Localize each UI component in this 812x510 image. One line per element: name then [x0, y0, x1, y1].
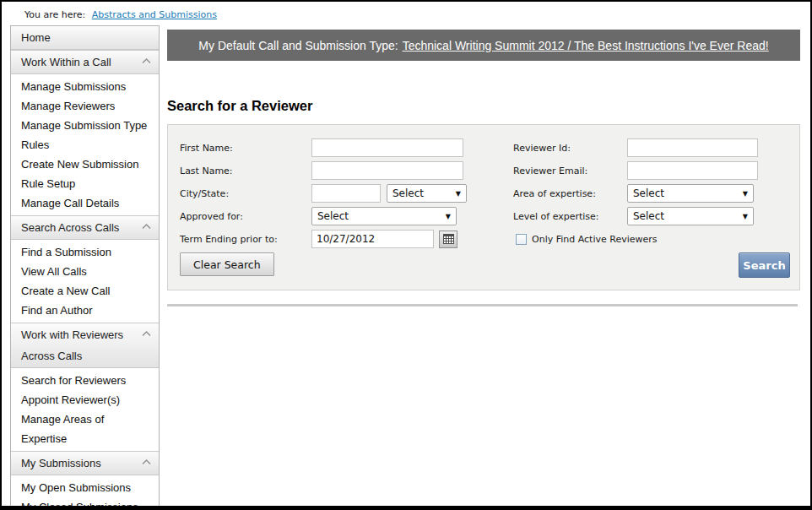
sidebar-section-label: Work with Reviewers Across Calls: [21, 328, 123, 362]
reviewer-id-label: Reviewer Id:: [513, 143, 627, 154]
reviewer-id-row: Reviewer Id:: [513, 138, 790, 157]
sidebar-item-search-for-reviewers[interactable]: Search for Reviewers: [11, 371, 159, 390]
sidebar-item-my-open-submissions[interactable]: My Open Submissions: [11, 478, 159, 497]
sidebar-item-create-a-new-call[interactable]: Create a New Call: [11, 281, 159, 301]
approved-for-select[interactable]: Select ▼: [311, 207, 457, 225]
banner-call-link[interactable]: Technical Writing Summit 2012 / The Best…: [403, 39, 769, 52]
calendar-button[interactable]: [439, 231, 457, 248]
area-expertise-select[interactable]: Select ▼: [627, 184, 754, 203]
sidebar-section-work-with-reviewers-across-calls[interactable]: Work with Reviewers Across Calls: [11, 323, 159, 368]
area-expertise-row: Area of expertise: Select ▼: [513, 184, 790, 203]
sidebar-section-label: Home: [21, 31, 51, 44]
sidebar-section-search-across-calls[interactable]: Search Across Calls: [11, 215, 159, 240]
only-active-row: Only Find Active Reviewers: [513, 230, 790, 248]
sidebar-section-label: Search Across Calls: [21, 221, 119, 234]
page-title: Search for a Reviewer: [167, 98, 800, 114]
sidebar-section-home[interactable]: Home: [11, 26, 159, 50]
city-state-label: City/State:: [180, 188, 311, 199]
state-select-value: Select: [392, 187, 424, 199]
sidebar-item-manage-reviewers[interactable]: Manage Reviewers: [11, 96, 159, 116]
sidebar-section-work-within-a-call[interactable]: Work Within a Call: [11, 50, 159, 74]
layout: HomeWork Within a CallManage Submissions…: [2, 25, 810, 510]
chevron-up-icon: [142, 58, 151, 64]
first-name-row: First Name:: [180, 138, 513, 157]
term-ending-row: Term Ending prior to:: [180, 230, 513, 248]
level-expertise-row: Level of expertise: Select ▼: [513, 207, 790, 225]
level-expertise-label: Level of expertise:: [513, 211, 627, 222]
sidebar-group: Search for ReviewersAppoint Reviewer(s)M…: [11, 368, 159, 451]
sidebar-group: Manage SubmissionsManage ReviewersManage…: [11, 74, 159, 215]
sidebar-item-find-a-submission[interactable]: Find a Submission: [11, 242, 159, 262]
chevron-down-icon: ▼: [456, 190, 461, 198]
sidebar-group: My Open SubmissionsMy Closed Submissions…: [11, 475, 159, 510]
first-name-input[interactable]: [311, 138, 463, 157]
area-expertise-select-value: Select: [633, 187, 664, 199]
chevron-down-icon: ▼: [743, 190, 748, 198]
sidebar-item-manage-areas-of-expertise[interactable]: Manage Areas of Expertise: [11, 410, 159, 448]
form-columns: First Name: Last Name: City/State: Selec…: [180, 138, 790, 278]
reviewer-search-form: First Name: Last Name: City/State: Selec…: [167, 124, 800, 290]
state-select[interactable]: Select ▼: [387, 184, 467, 203]
breadcrumb: You are here: Abstracts and Submissions: [2, 2, 810, 25]
main-content: My Default Call and Submission Type: Tec…: [167, 30, 800, 307]
approved-for-row: Approved for: Select ▼: [180, 207, 513, 225]
calendar-icon: [443, 234, 454, 244]
reviewer-email-row: Reviewer Email:: [513, 161, 790, 180]
sidebar-item-my-closed-submissions[interactable]: My Closed Submissions: [11, 497, 159, 510]
breadcrumb-link[interactable]: Abstracts and Submissions: [92, 9, 217, 20]
only-active-label: Only Find Active Reviewers: [532, 234, 658, 245]
chevron-down-icon: ▼: [743, 213, 748, 220]
sidebar-section-label: My Submissions: [21, 457, 101, 469]
sidebar-group: Find a SubmissionView All CallsCreate a …: [11, 240, 159, 323]
sidebar-item-manage-submissions[interactable]: Manage Submissions: [11, 77, 159, 96]
banner-prefix: My Default Call and Submission Type:: [198, 39, 398, 52]
chevron-up-icon: [142, 224, 151, 230]
sidebar: HomeWork Within a CallManage Submissions…: [10, 25, 160, 510]
sidebar-section-label: Work Within a Call: [21, 56, 111, 68]
city-state-row: City/State: Select ▼: [180, 184, 513, 203]
form-column-right: Reviewer Id: Reviewer Email: Area of exp…: [513, 138, 790, 278]
clear-search-button[interactable]: Clear Search: [180, 252, 274, 276]
sidebar-item-manage-call-details[interactable]: Manage Call Details: [11, 193, 159, 213]
search-button[interactable]: Search: [739, 252, 790, 278]
sidebar-item-view-all-calls[interactable]: View All Calls: [11, 262, 159, 281]
sidebar-item-create-new-submission[interactable]: Create New Submission: [11, 155, 159, 174]
term-ending-input[interactable]: [311, 230, 434, 248]
sidebar-item-manage-submission-type-rules[interactable]: Manage Submission Type Rules: [11, 116, 159, 155]
reviewer-email-label: Reviewer Email:: [513, 165, 627, 176]
clear-search-row: Clear Search: [180, 252, 513, 276]
first-name-label: First Name:: [180, 143, 311, 154]
reviewer-email-input[interactable]: [627, 161, 758, 180]
sidebar-section-my-submissions[interactable]: My Submissions: [11, 451, 159, 475]
area-expertise-label: Area of expertise:: [513, 188, 627, 199]
last-name-row: Last Name:: [180, 161, 513, 180]
level-expertise-select-value: Select: [633, 210, 664, 222]
city-input[interactable]: [311, 184, 381, 203]
form-column-left: First Name: Last Name: City/State: Selec…: [180, 138, 513, 278]
term-ending-label: Term Ending prior to:: [180, 234, 311, 245]
level-expertise-select[interactable]: Select ▼: [627, 207, 754, 225]
search-button-row: Search: [513, 252, 790, 278]
sidebar-item-appoint-reviewer-s[interactable]: Appoint Reviewer(s): [11, 390, 159, 410]
chevron-down-icon: ▼: [446, 213, 451, 220]
default-call-banner: My Default Call and Submission Type: Tec…: [167, 30, 800, 61]
last-name-input[interactable]: [311, 161, 463, 180]
content-divider: [167, 304, 798, 307]
sidebar-item-rule-setup[interactable]: Rule Setup: [11, 174, 159, 193]
breadcrumb-prefix: You are here:: [24, 9, 85, 20]
reviewer-id-input[interactable]: [627, 138, 758, 157]
sidebar-item-find-an-author[interactable]: Find an Author: [11, 301, 159, 320]
approved-for-select-value: Select: [317, 210, 349, 222]
only-active-checkbox[interactable]: [516, 234, 527, 245]
page: You are here: Abstracts and Submissions …: [0, 0, 812, 510]
chevron-up-icon: [142, 459, 151, 465]
approved-for-label: Approved for:: [180, 211, 311, 222]
last-name-label: Last Name:: [180, 165, 311, 176]
chevron-up-icon: [142, 331, 151, 337]
